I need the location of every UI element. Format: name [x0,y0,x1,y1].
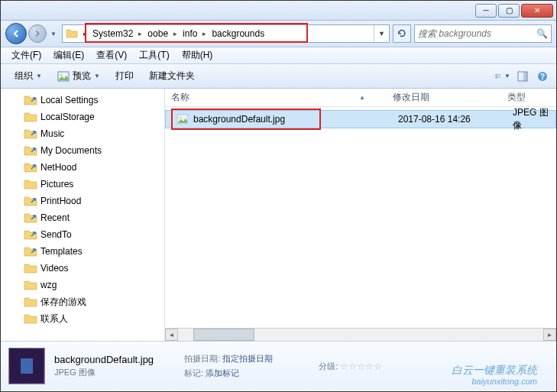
folder-icon [24,212,37,224]
view-options-button[interactable]: ▼ [495,69,510,84]
tree-item-label: 联系人 [40,313,68,326]
breadcrumb[interactable]: info [180,28,200,39]
address-dropdown[interactable]: ▼ [374,25,389,42]
folder-icon [24,161,37,173]
folder-icon [24,195,37,207]
svg-text:?: ? [540,73,545,81]
scroll-right-button[interactable]: ► [543,329,556,341]
menu-file[interactable]: 文件(F) [5,49,47,62]
breadcrumb[interactable]: backgrounds [209,28,267,39]
folder-icon [24,111,37,123]
chevron-right-icon[interactable]: ▸ [171,30,180,37]
tree-item-label: LocalStorage [40,112,95,122]
image-file-icon [176,114,189,125]
star-icon[interactable]: ☆ [357,361,365,371]
details-filename: backgroundDefault.jpg [54,354,154,365]
history-dropdown[interactable]: ▼ [48,31,59,37]
titlebar: ─ ▢ ✕ [1,1,556,21]
tree-item[interactable]: 联系人 [1,310,164,327]
star-icon[interactable]: ☆ [340,361,348,371]
chevron-right-icon[interactable]: ▸ [136,30,144,37]
minimize-button[interactable]: ─ [475,4,497,18]
tree-item[interactable]: Videos [1,260,164,277]
column-header-name[interactable]: 名称▲ [165,91,387,104]
file-type: JPEG 图像 [513,106,555,132]
forward-button[interactable] [28,24,47,43]
picture-icon [57,71,70,82]
chevron-right-icon[interactable]: ▸ [200,30,209,37]
file-row[interactable]: backgroundDefault.jpg 2017-08-16 14:26 J… [165,110,556,128]
folder-icon [24,228,37,241]
tree-item[interactable]: NetHood [1,159,164,176]
folder-icon [24,262,37,274]
details-metadata: 拍摄日期: 指定拍摄日期 标记: 添加标记 [184,353,273,379]
breadcrumb[interactable]: oobe [144,28,171,39]
tree-item[interactable]: wzg [1,277,164,293]
tree-item[interactable]: Templates [1,243,164,260]
tree-item[interactable]: LocalStorage [1,109,164,125]
folder-icon [24,296,37,308]
folder-icon [24,313,37,325]
shot-date-field[interactable]: 指定拍摄日期 [222,354,273,363]
tree-item[interactable]: PrintHood [1,193,164,209]
tree-item[interactable]: Music [1,125,164,142]
menu-tools[interactable]: 工具(T) [133,49,175,62]
tree-item[interactable]: My Documents [1,142,164,159]
svg-rect-3 [497,74,501,75]
print-button[interactable]: 打印 [108,67,141,86]
column-header-type[interactable]: 类型 [501,91,556,104]
svg-rect-2 [496,74,497,76]
tree-item-label: Videos [40,263,68,274]
details-filetype: JPEG 图像 [54,367,154,378]
refresh-button[interactable] [393,24,411,43]
tree-item-label: PrintHood [40,196,81,206]
tree-item[interactable]: 保存的游戏 [1,293,164,310]
breadcrumb[interactable]: System32 [89,28,136,39]
star-icon[interactable]: ☆ [374,361,382,371]
svg-rect-7 [523,72,527,81]
search-box[interactable]: 🔍 [414,24,552,43]
navigation-tree[interactable]: Local SettingsLocalStorageMusicMy Docume… [1,89,165,341]
maximize-button[interactable]: ▢ [498,4,520,18]
preview-button[interactable]: 预览▼ [50,67,108,86]
tags-field[interactable]: 添加标记 [206,368,239,377]
tree-item[interactable]: Local Settings [1,92,164,109]
folder-icon [24,178,37,190]
menu-help[interactable]: 帮助(H) [176,49,219,62]
tree-item-label: Recent [40,212,70,223]
tree-item[interactable]: SendTo [1,226,164,243]
address-bar[interactable]: ▸ System32 ▸ oobe ▸ info ▸ backgrounds ▼ [62,24,390,43]
svg-point-1 [60,73,62,76]
tree-item-label: Local Settings [40,95,98,105]
column-header-date[interactable]: 修改日期 [387,91,501,104]
new-folder-button[interactable]: 新建文件夹 [141,67,202,86]
help-button[interactable]: ? [535,69,550,84]
tree-item-label: 保存的游戏 [40,296,86,309]
arrow-right-icon [34,30,41,37]
svg-rect-5 [497,76,501,77]
back-button[interactable] [5,23,27,44]
rating-field[interactable]: 分级: ☆☆☆☆☆ [319,361,382,372]
thumbnail-image-icon [10,349,44,383]
scroll-thumb[interactable] [193,329,254,341]
star-icon[interactable]: ☆ [348,361,357,371]
details-main: backgroundDefault.jpg JPEG 图像 [54,354,154,378]
folder-icon [24,128,37,140]
preview-pane-button[interactable] [515,69,530,84]
details-pane: backgroundDefault.jpg JPEG 图像 拍摄日期: 指定拍摄… [1,341,556,390]
star-icon[interactable]: ☆ [365,361,374,371]
sort-indicator-icon: ▲ [359,94,365,101]
menu-view[interactable]: 查看(V) [90,49,133,62]
tree-item-label: wzg [40,280,57,290]
search-input[interactable] [418,28,536,39]
column-header-row: 名称▲ 修改日期 类型 [165,89,556,107]
menu-edit[interactable]: 编辑(E) [47,49,90,62]
tree-item[interactable]: Pictures [1,176,164,193]
close-button[interactable]: ✕ [521,4,553,18]
arrow-left-icon [11,29,21,38]
chevron-right-icon[interactable]: ▸ [81,30,89,37]
organize-button[interactable]: 组织▼ [7,67,50,86]
scroll-left-button[interactable]: ◄ [165,329,178,341]
tree-item[interactable]: Recent [1,209,164,226]
horizontal-scrollbar[interactable]: ◄ ► [165,328,556,341]
